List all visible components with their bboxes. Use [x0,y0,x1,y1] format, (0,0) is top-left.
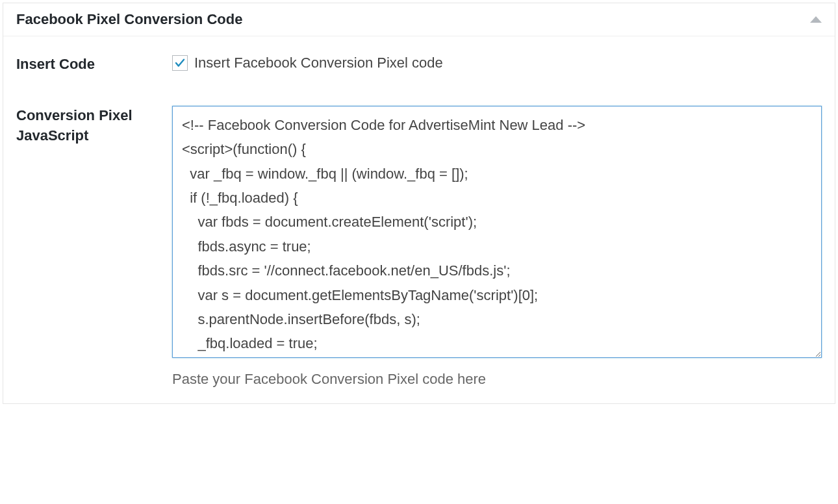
insert-code-checkbox-label: Insert Facebook Conversion Pixel code [194,55,443,71]
insert-code-label: Insert Code [16,55,172,75]
insert-code-checkbox-wrap: Insert Facebook Conversion Pixel code [172,55,822,71]
conversion-pixel-label: Conversion Pixel JavaScript [16,106,172,146]
conversion-pixel-field: Paste your Facebook Conversion Pixel cod… [172,106,822,388]
insert-code-field: Insert Facebook Conversion Pixel code [172,55,822,71]
conversion-pixel-help: Paste your Facebook Conversion Pixel cod… [172,371,822,388]
panel-body: Insert Code Insert Facebook Conversion P… [3,36,835,403]
panel-header: Facebook Pixel Conversion Code [3,3,835,36]
chevron-up-icon[interactable] [810,16,822,23]
insert-code-checkbox[interactable] [172,55,188,71]
panel-title: Facebook Pixel Conversion Code [16,11,242,28]
conversion-pixel-textarea[interactable] [172,106,822,358]
conversion-pixel-row: Conversion Pixel JavaScript Paste your F… [16,106,822,388]
settings-panel: Facebook Pixel Conversion Code Insert Co… [3,3,835,404]
check-icon [174,57,186,69]
insert-code-row: Insert Code Insert Facebook Conversion P… [16,55,822,75]
